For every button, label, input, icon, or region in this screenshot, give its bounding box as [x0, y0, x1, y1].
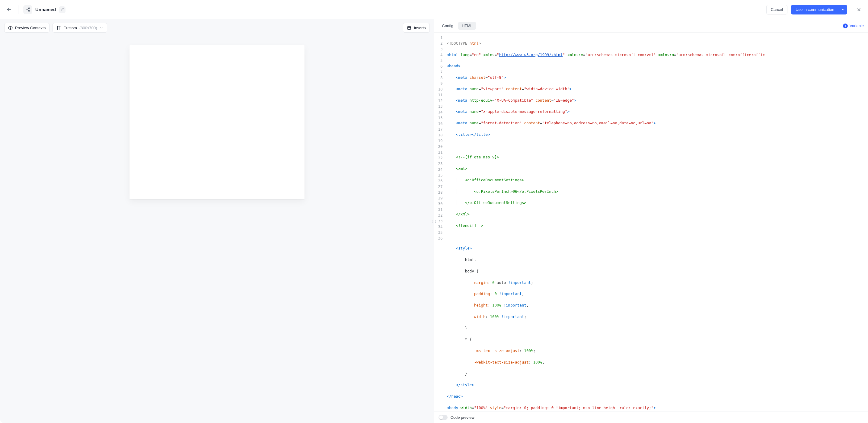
preview-canvas: [129, 45, 305, 199]
header-divider: [18, 5, 19, 14]
app-body: Preview Contexts Custom (800x700) Insert…: [0, 19, 868, 423]
code-editor[interactable]: 1234567891011121314151617181920212223242…: [434, 33, 868, 412]
pencil-icon: [61, 8, 64, 11]
edit-title-button[interactable]: [59, 6, 65, 13]
tab-html[interactable]: HTML: [458, 22, 476, 30]
eye-icon: [8, 26, 13, 30]
close-icon: [857, 7, 861, 12]
code-preview-toggle[interactable]: [438, 415, 447, 420]
preview-contexts-label: Preview Contexts: [15, 26, 45, 30]
preview-toolbar: Preview Contexts Custom (800x700) Insert…: [0, 19, 434, 36]
code-footer: Code preview: [434, 412, 868, 423]
plus-icon: +: [843, 24, 848, 28]
tab-config[interactable]: Config: [438, 22, 457, 30]
close-button[interactable]: [855, 5, 863, 14]
chevron-down-icon: [100, 26, 103, 30]
inserts-button[interactable]: Inserts: [403, 23, 430, 33]
cancel-button[interactable]: Cancel: [766, 5, 787, 14]
arrow-left-icon: [6, 7, 12, 12]
preview-area: [0, 36, 434, 423]
svg-line-4: [27, 10, 28, 10]
back-button[interactable]: [5, 5, 13, 14]
svg-rect-13: [408, 26, 411, 29]
header-right: Cancel Use in communication: [766, 5, 863, 14]
preview-pane: Preview Contexts Custom (800x700) Insert…: [0, 19, 434, 423]
inserts-label: Inserts: [414, 26, 426, 30]
splitter-handle[interactable]: ⋮⋮: [431, 220, 437, 223]
code-pane: Config HTML + Variable 12345678910111213…: [434, 19, 868, 423]
page-title: Unnamed: [35, 7, 56, 12]
code-content[interactable]: <!DOCTYPE html> <html lang="en" xmlns="h…: [445, 33, 868, 412]
add-variable-button[interactable]: + Variable: [843, 24, 864, 28]
chevron-down-icon: [841, 8, 845, 11]
app-header: Unnamed Cancel Use in communication: [0, 0, 868, 19]
template-icon-box: [23, 5, 32, 14]
frame-icon: [56, 26, 61, 30]
svg-line-5: [27, 8, 28, 9]
canvas-size-button[interactable]: Custom (800x700): [53, 23, 107, 33]
dims-label: Custom: [63, 26, 77, 30]
title-wrap: Unnamed: [23, 5, 65, 14]
code-tabs: Config HTML + Variable: [434, 19, 868, 33]
header-left: Unnamed: [5, 5, 65, 14]
svg-point-8: [10, 27, 11, 28]
header-divider-2: [851, 5, 851, 14]
primary-split-button: Use in communication: [791, 5, 847, 14]
primary-dropdown-button[interactable]: [839, 5, 847, 14]
use-in-communication-button[interactable]: Use in communication: [791, 5, 839, 14]
code-preview-label: Code preview: [451, 415, 475, 420]
dims-value: (800x700): [80, 26, 97, 30]
share-icon: [26, 7, 30, 12]
inserts-icon: [407, 26, 411, 30]
preview-contexts-button[interactable]: Preview Contexts: [4, 23, 50, 33]
variable-label: Variable: [849, 24, 864, 28]
